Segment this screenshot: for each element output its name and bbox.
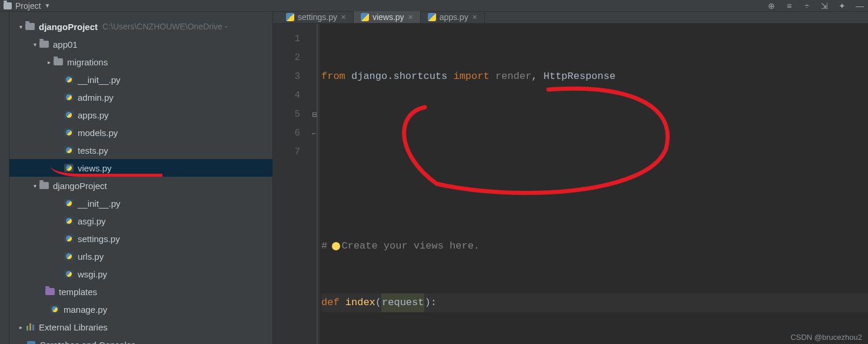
collapse-icon[interactable]: ⇲ [820,1,829,11]
code-line [321,124,868,143]
tree-file[interactable]: apps.py [9,106,272,124]
python-file-icon [64,199,74,207]
code-line: from django.shortcuts import render, Htt… [321,67,868,86]
tree-file[interactable]: tests.py [9,141,272,159]
code-area[interactable]: from django.shortcuts import render, Htt… [317,24,868,344]
tree-file[interactable]: urls.py [9,247,272,265]
left-tool-stripe [0,12,9,344]
code-line: # Create your views here. [321,237,868,256]
python-file-icon [64,252,74,260]
tab-views[interactable]: views.py ✕ [354,11,421,23]
tree-pkg[interactable]: ▾ djangoProject [9,177,272,194]
top-toolbar: Project ▼ ⊕ ≡ ÷ ⇲ ✦ — [0,0,868,12]
python-file-icon [428,13,436,21]
tree-app01[interactable]: ▾ app01 [9,35,272,53]
library-icon [26,323,34,330]
root-path: C:\Users\CNZHOUWE\OneDrive - [102,22,227,31]
editor-body[interactable]: 1 2 3 4 5 6 7 ⊟ ⌐ from django.shortcuts … [273,24,868,344]
folder-icon [39,182,49,189]
chevron-down-icon[interactable]: ▾ [16,24,25,30]
close-icon[interactable]: ✕ [408,14,413,21]
tree-manage[interactable]: manage.py [9,300,272,318]
expand-icon[interactable]: ≡ [784,1,794,11]
python-file-icon [64,93,74,101]
tree-file-views[interactable]: views.py [9,159,272,177]
project-tab-label[interactable]: Project [15,1,41,11]
tree-file[interactable]: asgi.py [9,212,272,230]
python-file-icon [64,270,74,278]
toolbar-right-icons: ⊕ ≡ ÷ ⇲ ✦ — [767,1,864,11]
scratch-icon [27,341,35,344]
project-tree: ▾ djangoProject C:\Users\CNZHOUWE\OneDri… [9,12,273,344]
close-icon[interactable]: ✕ [341,14,346,21]
tree-external[interactable]: ▸ External Libraries [9,318,272,336]
python-file-icon [286,13,294,21]
watermark: CSDN @brucezhou2 [790,333,862,342]
python-file-icon [64,217,74,225]
editor-tabs: settings.py ✕ views.py ✕ apps.py ✕ [273,12,868,24]
line-gutter: 1 2 3 4 5 6 7 [273,24,308,344]
settings-icon[interactable]: ✦ [837,1,847,11]
python-file-icon [64,146,74,154]
tab-settings[interactable]: settings.py ✕ [279,11,354,23]
folder-icon [39,41,49,48]
close-icon[interactable]: ✕ [472,14,477,21]
tree-file[interactable]: __init__.py [9,194,272,212]
app01-label: app01 [53,39,78,49]
folder-icon [54,58,63,65]
tree-migrations[interactable]: ▸ migrations [9,53,272,71]
python-file-icon [64,234,74,243]
tree-file[interactable]: settings.py [9,230,272,247]
python-file-icon [361,13,369,21]
target-icon[interactable]: ⊕ [767,1,776,11]
chevron-down-icon[interactable]: ▾ [31,183,39,189]
folder-icon [25,23,35,30]
tree-file[interactable]: models.py [9,124,272,141]
tree-templates[interactable]: templates [9,283,272,300]
python-file-icon [50,305,59,313]
tree-root[interactable]: ▾ djangoProject C:\Users\CNZHOUWE\OneDri… [9,18,272,35]
python-file-icon [64,111,74,119]
intention-bulb-icon[interactable] [332,242,340,250]
chevron-right-icon[interactable]: ▸ [45,59,53,65]
folder-icon [45,288,55,295]
divide-icon[interactable]: ÷ [802,1,812,11]
python-file-icon [64,164,74,172]
tree-file[interactable]: wsgi.py [9,265,272,283]
python-file-icon [64,128,74,137]
minimize-icon[interactable]: — [855,1,864,11]
tab-apps[interactable]: apps.py ✕ [421,11,485,23]
project-dropdown-icon[interactable]: ▼ [45,2,51,9]
python-file-icon [64,75,74,84]
tree-scratches[interactable]: Scratches and Consoles [9,336,272,344]
chevron-down-icon[interactable]: ▾ [31,41,39,48]
code-line [321,180,868,199]
editor: settings.py ✕ views.py ✕ apps.py ✕ 1 2 3… [273,12,868,344]
tree-file[interactable]: admin.py [9,88,272,106]
tree-file[interactable]: __init__.py [9,71,272,88]
root-name: djangoProject [39,22,98,32]
project-folder-icon [4,2,12,9]
chevron-right-icon[interactable]: ▸ [16,324,25,330]
code-line-current: def index(request): [321,293,868,312]
